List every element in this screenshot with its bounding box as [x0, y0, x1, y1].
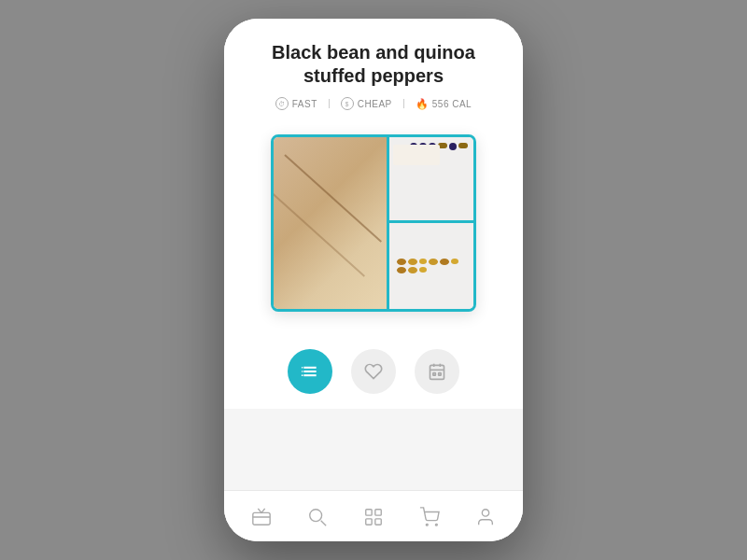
- recipe-tags: ⏱ FAST $ CHEAP 🔥 556 CAL: [243, 97, 504, 110]
- nav-item-cart[interactable]: [411, 502, 448, 532]
- tag-fast-label: FAST: [292, 99, 317, 109]
- cream-block: [393, 145, 440, 165]
- nuts-pile: [393, 255, 470, 277]
- tag-divider-2: [403, 99, 404, 108]
- bento-bottom-right: [389, 223, 473, 309]
- bottom-nav: [224, 490, 523, 541]
- dollar-icon: $: [341, 97, 354, 110]
- tag-cal: 🔥 556 CAL: [416, 97, 472, 110]
- svg-rect-19: [375, 519, 381, 525]
- svg-rect-16: [366, 510, 372, 515]
- phone-container: Black bean and quinoa stuffed peppers ⏱ …: [224, 19, 523, 541]
- content-spacer: [224, 409, 523, 490]
- svg-point-5: [302, 374, 303, 376]
- berry-4: [449, 143, 457, 150]
- svg-point-22: [482, 510, 488, 516]
- svg-rect-17: [375, 510, 381, 515]
- svg-point-14: [310, 510, 322, 522]
- tag-cheap: $ CHEAP: [341, 97, 392, 110]
- tag-cal-label: 556 CAL: [432, 99, 472, 109]
- favorite-button[interactable]: [351, 349, 396, 394]
- svg-rect-10: [433, 373, 436, 376]
- tag-fast: ⏱ FAST: [275, 97, 317, 110]
- nut-9: [419, 267, 427, 273]
- clock-icon: ⏱: [275, 97, 289, 110]
- grid-icon: [362, 506, 385, 528]
- nut-6: [451, 259, 458, 264]
- bento-box: [271, 134, 476, 312]
- svg-rect-6: [430, 365, 444, 379]
- box-icon: [250, 506, 273, 528]
- recipe-title: Black bean and quinoa stuffed peppers: [243, 41, 504, 88]
- user-icon: [474, 506, 497, 528]
- svg-rect-12: [253, 512, 270, 525]
- search-icon: [306, 506, 329, 528]
- nut-4: [429, 259, 438, 265]
- nut-7: [397, 267, 406, 273]
- svg-rect-18: [366, 519, 372, 525]
- bento-top-right: [389, 137, 473, 223]
- nut-2: [408, 259, 417, 265]
- nav-item-home[interactable]: [243, 502, 280, 532]
- food-image-area: [224, 125, 523, 330]
- svg-point-4: [302, 371, 303, 372]
- svg-point-20: [426, 524, 428, 525]
- tag-divider-1: [329, 99, 330, 108]
- svg-point-21: [435, 524, 437, 525]
- phone-screen: Black bean and quinoa stuffed peppers ⏱ …: [224, 19, 523, 541]
- bento-main-section: [274, 137, 389, 309]
- nut-3: [419, 259, 427, 264]
- nut-8: [408, 267, 417, 273]
- cart-icon: [418, 506, 441, 528]
- schedule-button[interactable]: [415, 349, 459, 394]
- flame-icon: 🔥: [416, 97, 429, 110]
- bento-container: [271, 134, 476, 312]
- nav-item-browse[interactable]: [355, 502, 392, 532]
- nut-1: [397, 259, 406, 265]
- svg-point-3: [302, 367, 303, 369]
- recipe-header: Black bean and quinoa stuffed peppers ⏱ …: [224, 19, 523, 125]
- svg-line-15: [321, 521, 327, 526]
- list-button[interactable]: [288, 349, 332, 394]
- tag-cheap-label: CHEAP: [358, 99, 392, 109]
- nav-item-search[interactable]: [299, 502, 336, 532]
- action-buttons: [224, 330, 523, 409]
- svg-rect-11: [439, 373, 442, 376]
- nav-item-profile[interactable]: [467, 502, 504, 532]
- nut-piece-2: [458, 143, 468, 148]
- nut-5: [440, 259, 449, 265]
